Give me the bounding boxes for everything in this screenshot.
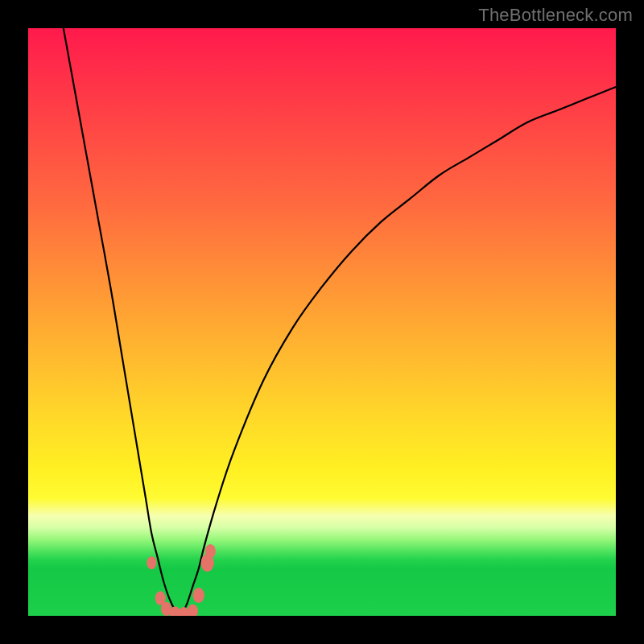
data-marker [205,544,216,559]
watermark-label: TheBottleneck.com [478,5,633,26]
curve-right-branch [181,87,616,616]
data-marker [193,588,204,603]
chart-frame: TheBottleneck.com [0,0,644,644]
chart-svg [28,28,616,616]
curve-left-branch [64,28,181,616]
data-marker [147,556,156,569]
plot-area [28,28,616,616]
data-marker [188,604,198,616]
